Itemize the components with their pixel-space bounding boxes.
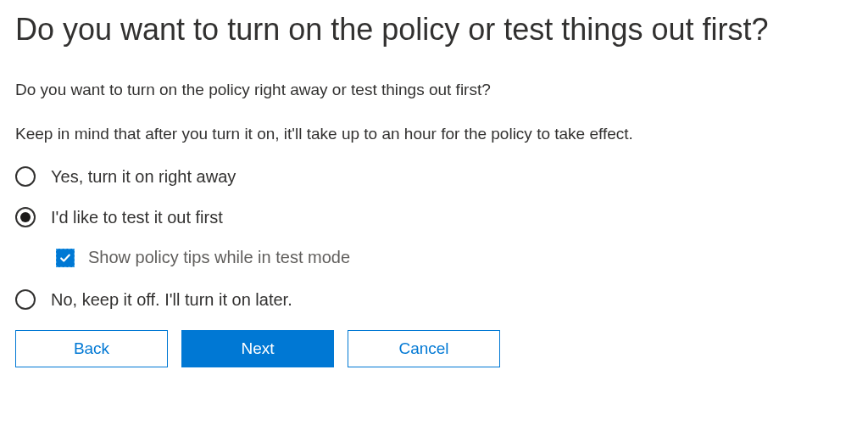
radio-icon: [15, 289, 36, 310]
description-line-2: Keep in mind that after you turn it on, …: [15, 123, 853, 145]
checkmark-icon: [56, 249, 75, 267]
checkbox-show-policy-tips[interactable]: Show policy tips while in test mode: [56, 248, 853, 267]
cancel-button[interactable]: Cancel: [348, 330, 500, 367]
policy-mode-options: Yes, turn it on right away I'd like to t…: [15, 166, 853, 310]
radio-option-test-first[interactable]: I'd like to test it out first: [15, 207, 853, 227]
radio-icon: [15, 207, 36, 227]
back-button[interactable]: Back: [15, 330, 168, 367]
radio-label-on-now: Yes, turn it on right away: [51, 167, 236, 187]
page-title: Do you want to turn on the policy or tes…: [15, 10, 853, 48]
next-button[interactable]: Next: [181, 330, 334, 367]
radio-option-on-now[interactable]: Yes, turn it on right away: [15, 166, 853, 187]
radio-icon: [15, 166, 36, 187]
wizard-buttons: Back Next Cancel: [15, 330, 853, 367]
radio-label-test-first: I'd like to test it out first: [51, 208, 223, 227]
description-line-1: Do you want to turn on the policy right …: [15, 79, 853, 101]
checkbox-label-show-tips: Show policy tips while in test mode: [88, 248, 350, 267]
radio-label-keep-off: No, keep it off. I'll turn it on later.: [51, 290, 292, 310]
radio-option-keep-off[interactable]: No, keep it off. I'll turn it on later.: [15, 289, 853, 310]
